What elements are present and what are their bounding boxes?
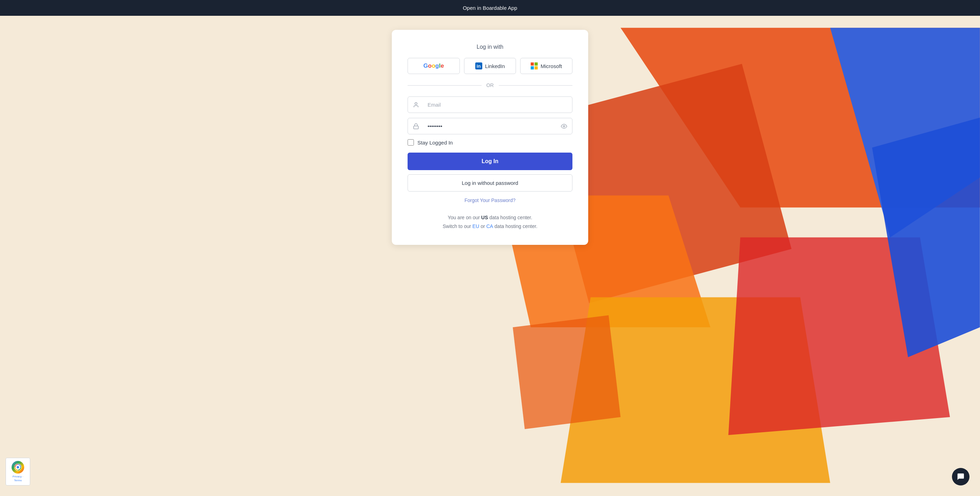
lock-icon (408, 123, 424, 129)
data-hosting-info: You are on our US data hosting center. S… (407, 213, 573, 231)
stay-logged-in-checkbox[interactable] (407, 139, 414, 146)
show-password-icon[interactable] (556, 123, 572, 129)
main-area: Log in with Google Google in LinkedIn (0, 16, 980, 495)
linkedin-icon: in (475, 62, 482, 70)
user-icon (408, 102, 424, 108)
google-login-button[interactable]: Google Google (407, 58, 460, 74)
microsoft-login-button[interactable]: Microsoft (520, 58, 573, 74)
hosting-text-2: data hosting center. (489, 215, 532, 220)
hosting-switch: Switch to our (443, 223, 473, 229)
login-with-title: Log in with (407, 44, 573, 50)
svg-point-0 (415, 102, 417, 105)
hosting-line-1: You are on our US data hosting center. (407, 213, 573, 222)
login-card: Log in with Google Google in LinkedIn (392, 30, 588, 245)
svg-rect-1 (414, 126, 418, 129)
recaptcha-logo (11, 461, 24, 474)
login-without-password-button[interactable]: Log in without password (407, 174, 573, 192)
linkedin-login-button[interactable]: in LinkedIn (464, 58, 516, 74)
recaptcha-text: Privacy · Terms (10, 475, 26, 482)
social-buttons-row: Google Google in LinkedIn Microsoft (407, 58, 573, 74)
forgot-password-section: Forgot Your Password? (407, 197, 573, 203)
password-field[interactable] (424, 118, 556, 134)
chat-widget-button[interactable] (952, 468, 969, 485)
forgot-password-link[interactable]: Forgot Your Password? (465, 197, 515, 203)
hosting-line-2: Switch to our EU or CA data hosting cent… (407, 222, 573, 231)
email-input-group (407, 97, 573, 113)
svg-point-4 (17, 466, 19, 469)
linkedin-button-label: LinkedIn (485, 63, 505, 69)
recaptcha-separator: · (22, 475, 23, 478)
svg-point-2 (563, 125, 565, 127)
hosting-text-1: You are on our (448, 215, 481, 220)
stay-logged-in-row: Stay Logged In (407, 139, 573, 146)
hosting-text-3: data hosting center. (495, 223, 537, 229)
top-banner[interactable]: Open in Boardable App (0, 0, 980, 16)
hosting-us: US (481, 215, 488, 220)
google-icon: Google (423, 62, 444, 70)
login-button[interactable]: Log In (407, 153, 573, 170)
stay-logged-in-label[interactable]: Stay Logged In (417, 140, 453, 146)
recaptcha-badge: Privacy · Terms (6, 458, 30, 485)
terms-link[interactable]: Terms (14, 479, 22, 482)
or-text: OR (487, 83, 494, 88)
banner-label: Open in Boardable App (463, 5, 517, 11)
hosting-eu-link[interactable]: EU (473, 223, 479, 229)
microsoft-icon (531, 62, 538, 70)
password-input-group (407, 118, 573, 134)
hosting-ca-link[interactable]: CA (486, 223, 493, 229)
microsoft-button-label: Microsoft (541, 63, 562, 69)
hosting-or: or (480, 223, 486, 229)
or-divider: OR (407, 83, 573, 88)
privacy-link[interactable]: Privacy (13, 475, 22, 478)
email-field[interactable] (424, 97, 572, 113)
